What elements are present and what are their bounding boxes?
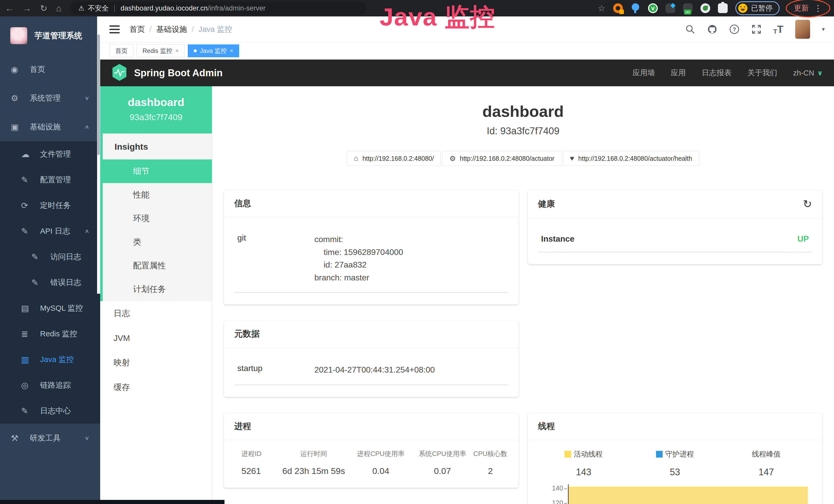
cloud-icon: ☁: [21, 149, 34, 159]
sidebar-item-api-log[interactable]: ✎ API 日志 ∧: [0, 218, 100, 244]
sidebar-item-access-log[interactable]: ✎ 访问日志: [0, 244, 100, 270]
sidebar-item-scheduled-jobs[interactable]: ⟳ 定时任务: [0, 192, 100, 218]
user-avatar[interactable]: [795, 20, 810, 39]
sba-language-select[interactable]: zh-CN ∨: [793, 69, 823, 77]
chevron-down-icon: ∨: [85, 95, 89, 101]
tab-close-icon[interactable]: ×: [175, 47, 179, 54]
sba-side-item-scheduled-tasks[interactable]: 计划任务: [103, 278, 212, 301]
sba-instance-header[interactable]: dashboard 93a3fc7f7409: [100, 86, 212, 134]
sidebar-item-label: 链路追踪: [40, 380, 71, 391]
search-icon[interactable]: [685, 24, 695, 35]
sidebar-item-tracing[interactable]: ◎ 链路追踪: [0, 372, 100, 398]
update-label[interactable]: 更新: [794, 3, 809, 13]
address-bar[interactable]: ⚠ 不安全 dashboard.yudao.iocoder.cn /infra/…: [71, 2, 366, 15]
sba-side-item-config-props[interactable]: 配置属性: [103, 254, 212, 278]
legend-yellow-swatch-icon: [565, 451, 571, 458]
github-icon[interactable]: [707, 24, 717, 35]
app-logo-row[interactable]: 芋道管理系统: [0, 17, 100, 55]
extension-pin-icon[interactable]: [631, 3, 640, 13]
chevron-up-icon: ∧: [85, 228, 89, 234]
extensions-puzzle-icon[interactable]: [718, 3, 728, 13]
tab-home[interactable]: 首页: [109, 44, 134, 57]
log-icon: ✎: [21, 226, 34, 236]
sba-side-item-mappings[interactable]: 映射: [100, 350, 212, 375]
sidebar-item-mysql-monitor[interactable]: ▤ MySQL 监控: [0, 295, 100, 321]
health-url-button[interactable]: ♥ http://192.168.0.2:48080/actuator/heal…: [563, 151, 699, 166]
sba-nav-applications[interactable]: 应用: [671, 68, 686, 78]
page-title: dashboard: [224, 102, 822, 120]
instance-name: dashboard: [103, 96, 209, 109]
sba-side-item-caches[interactable]: 缓存: [100, 375, 212, 400]
reload-icon[interactable]: ↻: [40, 3, 47, 13]
gear-icon: ⚙: [11, 93, 24, 103]
spring-boot-admin-logo-icon: [111, 63, 127, 83]
sba-side-item-logs[interactable]: 日志: [100, 301, 212, 326]
font-size-icon[interactable]: TT: [773, 24, 784, 35]
extension-v-icon[interactable]: v: [648, 3, 658, 13]
bookmark-star-icon[interactable]: ☆: [598, 3, 606, 13]
help-icon[interactable]: ?: [729, 24, 740, 35]
sidebar-item-redis-monitor[interactable]: ≣ Redis 监控: [0, 321, 100, 347]
process-uptime-value: 6d 23h 15m 59s: [278, 466, 349, 476]
security-label[interactable]: 不安全: [88, 4, 109, 13]
chrome-update-button[interactable]: 更新 ⋮: [787, 1, 829, 16]
sidebar-item-system[interactable]: ⚙ 系统管理 ∨: [0, 84, 100, 112]
extension-icon[interactable]: [613, 3, 623, 13]
sidebar-scrollbar[interactable]: [97, 17, 100, 294]
sba-nav-wallboard[interactable]: 应用墙: [633, 68, 655, 78]
sba-brand-title[interactable]: Spring Boot Admin: [134, 68, 223, 78]
sba-side-item-jvm[interactable]: JVM: [100, 326, 212, 350]
sidebar-item-config-manage[interactable]: ✎ 配置管理: [0, 167, 100, 192]
profile-paused-pill[interactable]: 已暂停: [736, 1, 780, 15]
forward-icon[interactable]: →: [23, 3, 31, 13]
tab-label: 首页: [115, 47, 128, 55]
extension-on-icon[interactable]: [683, 3, 693, 13]
collapse-sidebar-icon[interactable]: [109, 25, 120, 33]
screen: ← → ↻ ⌂ ⚠ 不安全 dashboard.yudao.iocoder.cn…: [0, 0, 834, 504]
url-path: /infra/admin-server: [208, 4, 266, 12]
browser-menu-icon[interactable]: ⋮: [814, 3, 822, 13]
service-url-label: http://192.168.0.2:48080/: [363, 155, 434, 162]
extension-grid-icon[interactable]: [665, 3, 675, 13]
daemon-threads-value: 53: [629, 467, 721, 478]
fullscreen-icon[interactable]: [751, 24, 762, 35]
sba-side-item-metrics[interactable]: 性能: [103, 183, 212, 207]
sba-instance-sidebar: dashboard 93a3fc7f7409 Insights 细节 性能 环境…: [100, 86, 212, 504]
cpu-cores-value: 2: [473, 466, 508, 476]
user-menu-caret-icon[interactable]: ▾: [822, 26, 825, 32]
sidebar-scrollbar-thumb[interactable]: [97, 35, 100, 155]
sba-side-item-details[interactable]: 细节: [100, 159, 212, 183]
sidebar-item-file-manage[interactable]: ☁ 文件管理: [0, 141, 100, 167]
legend-peak-threads-label: 线程峰值: [752, 449, 781, 459]
sidebar-item-java-monitor[interactable]: ▥ Java 监控: [0, 347, 100, 372]
tab-close-icon[interactable]: ×: [230, 47, 233, 54]
sidebar-item-infra[interactable]: ▣ 基础设施 ∧: [0, 112, 100, 141]
sidebar-item-label: 基础设施: [30, 122, 61, 132]
actuator-url-button[interactable]: ⚙ http://192.168.0.2:48080/actuator: [442, 151, 561, 166]
browser-chrome: ← → ↻ ⌂ ⚠ 不安全 dashboard.yudao.iocoder.cn…: [0, 0, 834, 17]
tab-java-monitor[interactable]: Java 监控 ×: [188, 44, 239, 57]
process-card-title: 进程: [234, 420, 251, 432]
git-time-line: time: 1596289704000: [314, 246, 403, 259]
extension-leaf-icon[interactable]: [700, 3, 710, 13]
home-icon[interactable]: ⌂: [56, 3, 62, 13]
sba-side-item-environment[interactable]: 环境: [103, 207, 212, 230]
breadcrumb-home[interactable]: 首页: [129, 24, 145, 35]
sba-nav-about[interactable]: 关于我们: [747, 68, 777, 78]
history-icon[interactable]: ↺: [803, 198, 812, 210]
service-url-button[interactable]: ⌂ http://192.168.0.2:48080/: [347, 151, 441, 166]
tab-redis-monitor[interactable]: Redis 监控 ×: [137, 44, 185, 57]
sba-nav-journal[interactable]: 日志报表: [702, 68, 731, 78]
sidebar-item-log-center[interactable]: ✎ 日志中心: [0, 398, 100, 423]
sidebar-item-error-log[interactable]: ✎ 错误日志: [0, 270, 100, 295]
tab-label: Java 监控: [200, 47, 227, 55]
chevron-up-icon: ∧: [85, 124, 89, 130]
sidebar-item-dev-tools[interactable]: ⚒ 研发工具 ∨: [0, 423, 100, 452]
sidebar-item-home[interactable]: ◉ 首页: [0, 55, 100, 84]
sba-side-item-classes[interactable]: 类: [103, 230, 212, 254]
sidebar-item-label: 首页: [30, 64, 45, 75]
back-icon[interactable]: ←: [5, 3, 14, 13]
breadcrumb-infra[interactable]: 基础设施: [156, 24, 187, 35]
threads-legend: 活动线程 143 守护进程 53: [538, 449, 812, 478]
threads-card: 线程 活动线程 143: [528, 413, 822, 504]
